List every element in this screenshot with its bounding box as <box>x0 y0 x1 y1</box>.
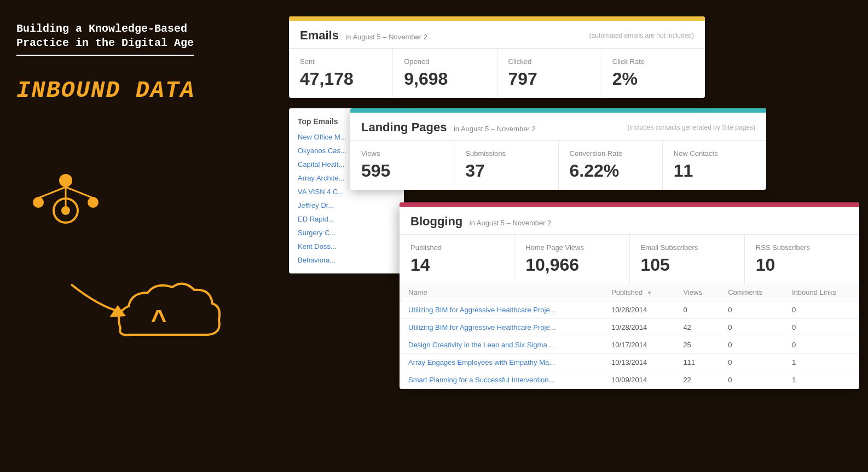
blog-emailsubs-label: Email Subscribers <box>641 243 733 252</box>
landing-header: Landing Pages in August 5 – November 2 (… <box>350 113 766 141</box>
blog-emailsubs-value: 105 <box>641 255 733 275</box>
svg-point-7 <box>61 206 70 215</box>
blog-published-label: Published <box>410 243 503 252</box>
emails-title-text: Emails <box>300 28 339 42</box>
blog-table-row: Smart Planning for a Successful Interven… <box>400 371 859 389</box>
blog-homeviews-label: Home Page Views <box>525 243 618 252</box>
col-name: Name <box>400 284 603 301</box>
blog-row-views: 0 <box>674 301 719 319</box>
blog-homeviews-value: 10,966 <box>525 255 618 275</box>
clickrate-value: 2% <box>612 69 694 89</box>
blogging-stat-homeviews: Home Page Views 10,966 <box>514 235 629 284</box>
lp-conversion-label: Conversion Rate <box>570 149 651 158</box>
cloud-area: ^ <box>66 241 241 394</box>
landing-pages-panel: Landing Pages in August 5 – November 2 (… <box>350 108 766 190</box>
blog-row-name[interactable]: Smart Planning for a Successful Interven… <box>400 371 603 389</box>
clickrate-label: Click Rate <box>612 57 694 66</box>
sent-value: 47,178 <box>300 69 381 89</box>
col-inbound-links: Inbound Links <box>783 284 859 301</box>
blog-row-name[interactable]: Design Creativity in the Lean and Six Si… <box>400 336 603 354</box>
blog-published-value: 14 <box>410 255 503 275</box>
col-published-label: Published <box>611 288 643 296</box>
blog-row-name[interactable]: Array Engages Employees with Empathy Ma.… <box>400 354 603 371</box>
sent-label: Sent <box>300 57 381 66</box>
col-comments-label: Comments <box>728 288 762 296</box>
blog-row-name[interactable]: Utilizing BIM for Aggressive Healthcare … <box>400 301 603 319</box>
email-item-5[interactable]: Jeffrey Dr... <box>289 199 404 212</box>
blogging-stat-rsssubs: RSS Subscribers 10 <box>745 235 859 284</box>
opened-value: 9,698 <box>404 69 485 89</box>
lp-conversion-value: 6.22% <box>570 161 651 181</box>
emails-top-bar <box>289 16 705 21</box>
svg-line-3 <box>38 187 66 198</box>
blogging-panel: Blogging in August 5 – November 2 Publis… <box>400 202 859 389</box>
blogging-top-bar <box>400 202 859 207</box>
blog-row-links: 0 <box>783 336 859 354</box>
col-links-label: Inbound Links <box>792 288 836 296</box>
col-comments: Comments <box>719 284 783 301</box>
svg-line-4 <box>66 187 93 198</box>
blog-row-published: 10/09/2014 <box>603 371 674 389</box>
lp-contacts-value: 11 <box>674 161 755 181</box>
opened-label: Opened <box>404 57 485 66</box>
emails-date-range: in August 5 – November 2 <box>345 33 427 41</box>
emails-stat-clickrate: Click Rate 2% <box>601 49 705 98</box>
blogging-header: Blogging in August 5 – November 2 <box>400 207 859 235</box>
blog-row-comments: 0 <box>719 336 783 354</box>
blog-table-header: Name Published ▼ Views Comments Inbound … <box>400 284 859 301</box>
lp-submissions-label: Submissions <box>465 149 547 158</box>
email-item-7[interactable]: Surgery C... <box>289 226 404 240</box>
landing-stat-conversion: Conversion Rate 6.22% <box>559 141 663 190</box>
clicked-value: 797 <box>508 69 590 89</box>
blogging-date-range: in August 5 – November 2 <box>470 219 552 227</box>
emails-panel: Emails in August 5 – November 2 (automat… <box>289 16 705 98</box>
landing-title-group: Landing Pages in August 5 – November 2 <box>361 120 536 135</box>
blog-table-row: Array Engages Employees with Empathy Ma.… <box>400 354 859 371</box>
blogging-stat-emailsubs: Email Subscribers 105 <box>630 235 745 284</box>
blog-row-published: 10/17/2014 <box>603 336 674 354</box>
blogging-title-text: Blogging <box>410 214 462 228</box>
landing-title-text: Landing Pages <box>361 120 447 134</box>
blog-row-comments: 0 <box>719 354 783 371</box>
blog-rsssubs-value: 10 <box>756 255 848 275</box>
emails-note: (automated emails are not included) <box>589 32 694 39</box>
inbound-data-label: INBOUND DATA <box>16 78 195 104</box>
svg-text:^: ^ <box>151 305 166 335</box>
lp-contacts-label: New Contacts <box>674 149 755 158</box>
email-item-9[interactable]: Behaviora... <box>289 253 404 267</box>
col-published[interactable]: Published ▼ <box>603 284 674 301</box>
lp-submissions-value: 37 <box>465 161 547 181</box>
blog-row-name[interactable]: Utilizing BIM for Aggressive Healthcare … <box>400 319 603 336</box>
blog-row-comments: 0 <box>719 371 783 389</box>
blog-row-published: 10/28/2014 <box>603 319 674 336</box>
emails-stats-row: Sent 47,178 Opened 9,698 Clicked 797 Cli… <box>289 49 705 98</box>
left-panel: Building a Knowledge-BasedPractice in th… <box>0 0 285 472</box>
emails-stat-sent: Sent 47,178 <box>289 49 393 98</box>
blog-rsssubs-label: RSS Subscribers <box>756 243 848 252</box>
emails-stat-clicked: Clicked 797 <box>497 49 601 98</box>
emails-title: Emails in August 5 – November 2 <box>300 28 427 43</box>
blogging-title-group: Blogging in August 5 – November 2 <box>410 214 551 229</box>
col-views-label: Views <box>683 288 702 296</box>
blog-row-views: 25 <box>674 336 719 354</box>
svg-point-2 <box>88 197 99 208</box>
blog-row-comments: 0 <box>719 301 783 319</box>
svg-point-1 <box>33 197 44 208</box>
blog-row-published: 10/13/2014 <box>603 354 674 371</box>
blog-row-views: 42 <box>674 319 719 336</box>
svg-marker-8 <box>109 305 126 317</box>
blog-row-views: 111 <box>674 354 719 371</box>
blogging-stats-row: Published 14 Home Page Views 10,966 Emai… <box>400 235 859 284</box>
email-item-6[interactable]: ED Rapid... <box>289 212 404 226</box>
blog-row-links: 0 <box>783 319 859 336</box>
brand-title: Building a Knowledge-BasedPractice in th… <box>16 22 194 56</box>
emails-stat-opened: Opened 9,698 <box>393 49 497 98</box>
svg-point-0 <box>59 174 72 187</box>
hubspot-logo <box>22 159 131 246</box>
blog-row-links: 0 <box>783 301 859 319</box>
blog-table-row: Design Creativity in the Lean and Six Si… <box>400 336 859 354</box>
lp-views-value: 595 <box>361 161 443 181</box>
blog-row-links: 1 <box>783 371 859 389</box>
email-item-8[interactable]: Kent Doss... <box>289 240 404 253</box>
landing-stats-row: Views 595 Submissions 37 Conversion Rate… <box>350 141 766 190</box>
